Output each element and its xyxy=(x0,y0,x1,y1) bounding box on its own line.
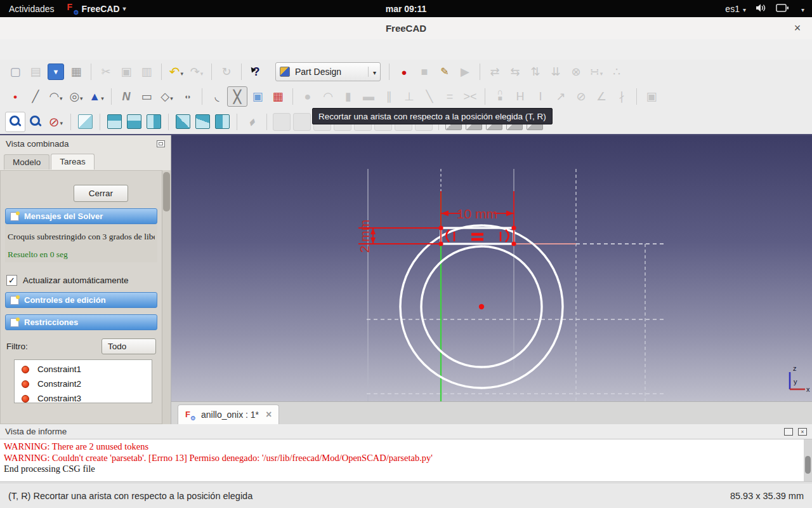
dimension-horizontal-label[interactable]: 10 mm xyxy=(457,206,497,221)
close-task-button[interactable]: Cerrar xyxy=(74,185,128,202)
workbench-selector[interactable]: Part Design xyxy=(275,62,381,81)
macro-edit-button[interactable]: ✎ xyxy=(435,62,455,82)
document-tab-close-icon[interactable]: × xyxy=(266,409,272,420)
battery-icon[interactable] xyxy=(776,4,789,14)
create-polyline-button[interactable]: N xyxy=(116,86,136,107)
macro-stop-button[interactable]: ■ xyxy=(414,62,435,82)
external-geometry-button[interactable]: ▣ xyxy=(247,86,268,107)
create-slot-button[interactable]: ◖◗ xyxy=(177,86,197,107)
dimension-vertical-label[interactable]: 2 mm xyxy=(357,220,372,253)
create-point-button[interactable]: ● xyxy=(5,86,25,107)
panel-scrollbar-thumb[interactable] xyxy=(163,172,170,211)
window-close-button[interactable]: × xyxy=(790,22,804,35)
constraint-angle-button[interactable]: ∠ xyxy=(591,86,612,107)
menu-ventanas[interactable] xyxy=(96,47,112,52)
constraint-vertical-button[interactable]: ▮ xyxy=(338,86,358,107)
report-scrollbar-thumb[interactable] xyxy=(805,456,811,474)
cut-button[interactable]: ✂ xyxy=(96,62,116,82)
draw-style-button[interactable]: ⊘ xyxy=(46,112,66,132)
view-right-button[interactable] xyxy=(147,114,161,129)
whats-this-button[interactable]: ? xyxy=(246,62,266,82)
menu-archivo[interactable] xyxy=(5,47,20,52)
constraint-list-item[interactable]: Constraint1 xyxy=(15,362,152,377)
constraint-list-item[interactable]: Constraint3 xyxy=(15,391,152,403)
create-fillet-button[interactable]: ◟ xyxy=(207,86,227,107)
create-conic-button[interactable]: ▲ xyxy=(86,86,107,107)
constraint-parallel-button[interactable]: ∥ xyxy=(379,86,399,107)
copy-button[interactable]: ▣ xyxy=(116,62,136,82)
sketcher-tool-button-4[interactable]: ⇊ xyxy=(546,62,566,82)
constraint-equal-button[interactable]: = xyxy=(440,86,460,107)
sketcher-tool-button-3[interactable]: ⇅ xyxy=(525,62,546,82)
constraint-list-item[interactable]: Constraint2 xyxy=(15,377,152,391)
menu-ver[interactable] xyxy=(36,47,51,52)
menu-editar[interactable] xyxy=(20,47,36,52)
sketch-op-button-2[interactable] xyxy=(293,113,311,131)
sketch-op-button-1[interactable] xyxy=(273,113,291,131)
refresh-button[interactable]: ↻ xyxy=(216,62,237,82)
menu-macro[interactable] xyxy=(66,47,81,52)
workbench-dropdown-arrow-icon[interactable] xyxy=(368,67,376,77)
constraint-snell-button[interactable]: ∤ xyxy=(612,86,632,107)
measure-button[interactable]: ▰ xyxy=(242,112,262,132)
constraint-coincident-button[interactable]: ● xyxy=(298,86,318,107)
sketcher-tool-button-1[interactable]: ⇄ xyxy=(485,62,505,82)
report-scrollbar[interactable] xyxy=(804,439,812,481)
constraint-point-on-object-button[interactable]: ◠ xyxy=(318,86,338,107)
system-menu-button[interactable] xyxy=(798,4,804,14)
constraints-header[interactable]: Restricciones xyxy=(5,314,157,330)
3d-viewport[interactable]: 10 mm 2 mm xyxy=(171,135,812,401)
auto-update-checkbox[interactable]: ✓ xyxy=(6,275,17,286)
view-front-button[interactable] xyxy=(107,114,122,129)
redo-button[interactable]: ↷ xyxy=(187,62,207,82)
menu-ayuda[interactable] xyxy=(112,47,127,52)
constraint-lock-button[interactable]: ■ xyxy=(490,86,510,107)
menu-herramientas[interactable] xyxy=(51,47,66,52)
view-top-button[interactable] xyxy=(127,114,141,129)
create-line-button[interactable]: ╱ xyxy=(25,86,46,107)
save-button[interactable]: ▼ xyxy=(48,64,64,80)
sketcher-tool-button-6[interactable]: ∺ xyxy=(586,62,606,82)
constraint-vertical-distance-button[interactable]: I xyxy=(530,86,551,107)
panel-scrollbar[interactable] xyxy=(162,170,171,424)
constraint-horizontal-button[interactable]: ▬ xyxy=(358,86,379,107)
constraint-distance-button[interactable]: ↗ xyxy=(551,86,571,107)
create-polygon-button[interactable]: ◇ xyxy=(157,86,177,107)
volume-icon[interactable] xyxy=(755,3,767,15)
print-button[interactable]: ▦ xyxy=(66,62,86,82)
tab-tareas[interactable]: Tareas xyxy=(51,154,95,170)
menu-part-design[interactable] xyxy=(81,47,96,52)
solver-result-text[interactable]: Resuelto en 0 seg xyxy=(8,250,155,260)
paste-button[interactable]: ▥ xyxy=(136,62,157,82)
float-panel-icon[interactable] xyxy=(157,140,165,147)
report-log[interactable]: WARNING: There are 2 unused tokensWARNIN… xyxy=(0,439,812,482)
view-rear-button[interactable] xyxy=(176,114,190,129)
report-float-icon[interactable] xyxy=(784,428,793,436)
sketcher-tool-button-2[interactable]: ⇆ xyxy=(505,62,525,82)
document-tab[interactable]: anillo_onix : 1* × xyxy=(178,404,279,424)
constraint-radius-button[interactable]: ⊘ xyxy=(571,86,591,107)
sketcher-tool-button-7[interactable]: ∴ xyxy=(606,62,627,82)
report-close-icon[interactable]: × xyxy=(798,428,807,436)
new-document-button[interactable]: ▢ xyxy=(5,62,25,82)
macro-play-button[interactable]: ▶ xyxy=(455,62,475,82)
create-circle-button[interactable]: ◎ xyxy=(66,86,86,107)
view-left-button[interactable] xyxy=(215,114,230,129)
fit-all-button[interactable] xyxy=(5,112,25,132)
macro-record-button[interactable]: ● xyxy=(394,62,414,82)
keyboard-layout-button[interactable]: es1 xyxy=(725,4,746,14)
filter-combobox[interactable]: Todo xyxy=(102,338,156,354)
undo-button[interactable]: ↶ xyxy=(166,62,187,82)
tab-modelo[interactable]: Modelo xyxy=(4,154,49,170)
sketcher-tool-button-5[interactable]: ⊗ xyxy=(566,62,586,82)
toggle-construction-button[interactable]: ▦ xyxy=(268,86,288,107)
solver-messages-header[interactable]: Mensajes del Solver xyxy=(5,208,157,224)
create-arc-button[interactable]: ◠ xyxy=(46,86,66,107)
constraint-perpendicular-button[interactable]: ⊥ xyxy=(399,86,419,107)
sketch-canvas[interactable]: 10 mm 2 mm xyxy=(171,135,812,401)
constraint-tangent-button[interactable]: ╲ xyxy=(419,86,440,107)
app-menu-button[interactable]: FreeCAD xyxy=(67,3,126,14)
view-bottom-button[interactable] xyxy=(195,114,210,129)
view-axonometric-button[interactable] xyxy=(78,114,93,129)
fit-selection-button[interactable] xyxy=(25,112,46,132)
